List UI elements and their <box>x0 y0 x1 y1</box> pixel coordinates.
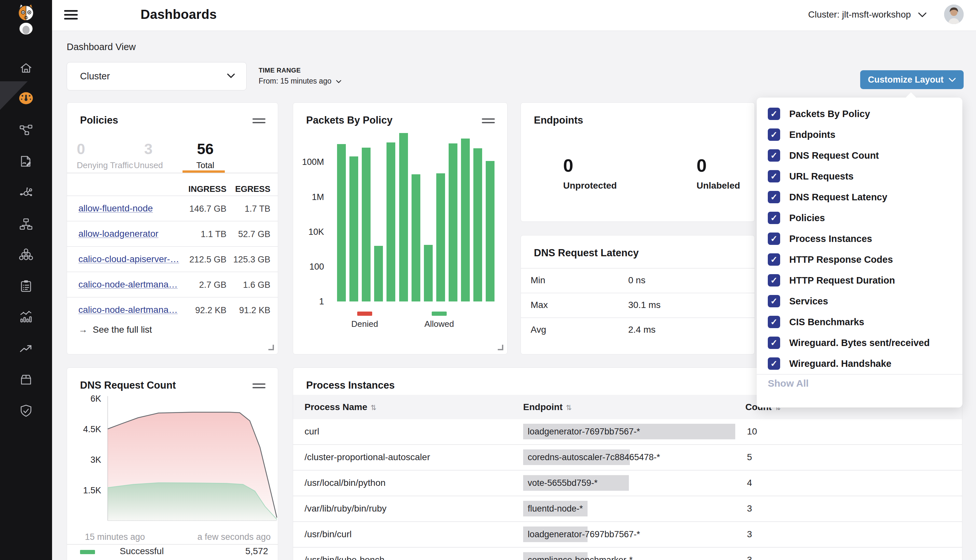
widget-toggle-item[interactable]: ✓DNS Request Count <box>757 145 962 166</box>
checkbox-checked-icon[interactable]: ✓ <box>768 295 780 307</box>
checkbox-checked-icon[interactable]: ✓ <box>768 316 780 328</box>
calico-cat-logo[interactable] <box>12 3 41 35</box>
checkbox-checked-icon[interactable]: ✓ <box>768 274 780 287</box>
column-header-endpoint[interactable]: Endpoint⇅ <box>523 402 572 412</box>
process-count: 10 <box>747 426 757 437</box>
drag-handle-icon[interactable] <box>252 383 265 390</box>
security-shield-icon[interactable] <box>18 403 33 418</box>
avatar-image <box>944 5 964 24</box>
sort-icon: ⇅ <box>370 403 376 412</box>
endpoint-chip[interactable]: compliance-benchmarker-* <box>523 552 587 560</box>
widget-toggle-item[interactable]: ✓HTTP Request Duration <box>757 270 962 291</box>
time-range-label: TIME RANGE <box>259 67 301 74</box>
policy-link[interactable]: calico-node-alertmana… <box>78 279 178 290</box>
cluster-selector[interactable]: Cluster: jlt-msft-workshop <box>808 10 911 20</box>
dashboards-gauge-icon[interactable] <box>18 91 33 106</box>
widget-toggle-item[interactable]: ✓Wireguard. Handshake <box>757 353 962 374</box>
endpoint-chip[interactable]: loadgenerator-7697bb7567-* <box>523 527 587 542</box>
process-row: /usr/bin/curlloadgenerator-7697bb7567-*3 <box>293 522 962 548</box>
process-row: /usr/local/bin/pythonvote-5655bd759-*4 <box>293 470 962 496</box>
network-topology-icon[interactable] <box>18 123 33 138</box>
legend-value: 5,572 <box>245 546 268 557</box>
widget-toggle-item[interactable]: ✓Process Instances <box>757 228 962 249</box>
stat-unused[interactable]: 3Unused <box>127 140 170 170</box>
policies-card: Policies 0Denying Traffic 3Unused 56Tota… <box>67 102 278 355</box>
stat-total[interactable]: 56Total <box>184 140 227 170</box>
process-count: 3 <box>747 503 752 514</box>
widget-toggle-item[interactable]: ✓Packets By Policy <box>757 103 962 124</box>
widget-toggle-item[interactable]: ✓Policies <box>757 207 962 228</box>
card-title: DNS Request Count <box>80 380 176 391</box>
legend-swatch <box>80 550 95 554</box>
checkbox-checked-icon[interactable]: ✓ <box>768 212 780 224</box>
policy-egress-value: 1.7 TB <box>228 204 270 214</box>
widget-toggle-label: Wireguard. Handshake <box>789 358 891 369</box>
legend-denied[interactable]: Denied <box>337 312 392 329</box>
workloads-icon[interactable] <box>18 247 33 262</box>
checkbox-checked-icon[interactable]: ✓ <box>768 128 780 141</box>
checkbox-checked-icon[interactable]: ✓ <box>768 233 780 245</box>
checkbox-checked-icon[interactable]: ✓ <box>768 357 780 370</box>
endpoint-chip[interactable]: loadgenerator-7697bb7567-* <box>523 424 735 439</box>
connections-icon[interactable] <box>18 185 33 200</box>
resize-handle[interactable] <box>269 345 274 350</box>
process-name: curl <box>305 426 319 437</box>
chevron-down-icon[interactable] <box>918 12 926 18</box>
service-graph-icon[interactable] <box>18 154 33 169</box>
policy-egress-value: 1.6 GB <box>228 280 270 290</box>
widget-toggle-item[interactable]: ✓URL Requests <box>757 166 962 187</box>
endpoint-chip[interactable]: fluentd-node-* <box>523 501 587 517</box>
user-avatar[interactable] <box>944 5 964 24</box>
see-full-list-link[interactable]: →See the full list <box>78 325 152 335</box>
widget-toggle-item[interactable]: ✓Services <box>757 291 962 312</box>
show-all-link[interactable]: Show All <box>768 378 809 389</box>
trends-icon[interactable] <box>18 341 33 356</box>
active-tab-underline <box>182 170 225 173</box>
legend-allowed[interactable]: Allowed <box>412 312 467 329</box>
widget-toggle-label: Process Instances <box>789 233 872 244</box>
packages-icon[interactable] <box>18 372 33 387</box>
policy-link[interactable]: calico-cloud-apiserver-… <box>78 254 179 264</box>
endpoint-chip[interactable]: coredns-autoscaler-7c88465478-* <box>523 450 630 465</box>
checkbox-checked-icon[interactable]: ✓ <box>768 191 780 203</box>
dns-request-latency-card: DNS Request Latency Min0 ns Max30.1 ms A… <box>521 235 755 355</box>
widget-toggle-item[interactable]: ✓Endpoints <box>757 124 962 145</box>
widget-toggle-item[interactable]: ✓Wireguard. Bytes sent/received <box>757 332 962 353</box>
checkbox-checked-icon[interactable]: ✓ <box>768 170 780 182</box>
packets-bar <box>374 246 383 302</box>
widget-toggle-item[interactable]: ✓CIS Benchmarks <box>757 312 962 332</box>
process-table-body: curlloadgenerator-7697bb7567-*10/cluster… <box>293 419 962 560</box>
policy-link[interactable]: calico-node-alertmana… <box>78 305 178 315</box>
widget-toggle-label: HTTP Request Duration <box>789 275 895 286</box>
endpoint-chip[interactable]: vote-5655bd759-* <box>523 475 629 491</box>
policy-link[interactable]: allow-loadgenerator <box>78 228 158 239</box>
resize-handle[interactable] <box>498 345 503 350</box>
home-icon[interactable] <box>18 61 33 76</box>
packets-bar <box>449 143 457 302</box>
policies-table: allow-fluentd-node146.7 GB1.7 TBallow-lo… <box>67 195 278 322</box>
customize-layout-button[interactable]: Customize Layout <box>860 70 964 89</box>
column-header-process-name[interactable]: Process Name⇅ <box>305 402 376 412</box>
hamburger-menu-icon[interactable] <box>64 10 78 20</box>
widget-toggle-label: Wireguard. Bytes sent/received <box>789 338 930 348</box>
drag-handle-icon[interactable] <box>252 118 265 125</box>
widget-toggle-item[interactable]: ✓HTTP Response Codes <box>757 249 962 270</box>
checkbox-checked-icon[interactable]: ✓ <box>768 337 780 349</box>
checkbox-checked-icon[interactable]: ✓ <box>768 108 780 120</box>
analytics-icon[interactable] <box>18 310 33 325</box>
y-tick: 100M <box>293 157 324 167</box>
drag-handle-icon[interactable] <box>482 118 495 125</box>
time-range-value[interactable]: From: 15 minutes ago <box>259 77 341 85</box>
tree-hierarchy-icon[interactable] <box>18 217 33 232</box>
stat-unprotected: 0Unprotected <box>563 155 648 191</box>
widget-toggle-label: DNS Request Latency <box>789 192 887 203</box>
checkbox-checked-icon[interactable]: ✓ <box>768 149 780 162</box>
process-row: /usr/bin/kube-benchcompliance-benchmarke… <box>293 548 962 560</box>
widget-toggle-label: Endpoints <box>789 130 836 140</box>
y-tick: 1.5K <box>68 485 101 496</box>
policy-link[interactable]: allow-fluentd-node <box>78 203 153 214</box>
widget-toggle-item[interactable]: ✓DNS Request Latency <box>757 187 962 207</box>
compliance-clipboard-icon[interactable] <box>18 279 33 294</box>
view-selector[interactable]: Cluster <box>67 62 247 90</box>
checkbox-checked-icon[interactable]: ✓ <box>768 253 780 266</box>
